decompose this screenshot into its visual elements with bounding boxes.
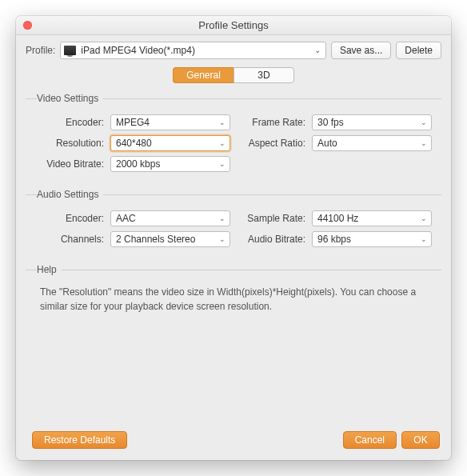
chevron-down-icon: ⌄	[219, 235, 226, 243]
chevron-down-icon: ⌄	[421, 214, 427, 222]
chevron-down-icon: ⌄	[219, 160, 226, 168]
frame-rate-value: 30 fps	[317, 117, 344, 128]
audio-encoder-select[interactable]: AAC ⌄	[110, 210, 230, 226]
chevron-down-icon: ⌄	[421, 118, 427, 126]
close-icon[interactable]	[23, 21, 32, 30]
channels-value: 2 Channels Stereo	[116, 234, 195, 245]
video-bitrate-label: Video Bitrate:	[30, 158, 106, 170]
sample-rate-label: Sample Rate:	[235, 213, 307, 224]
video-encoder-label: Encoder:	[30, 117, 106, 128]
frame-rate-select[interactable]: 30 fps ⌄	[312, 114, 432, 130]
device-icon	[64, 46, 76, 55]
chevron-down-icon: ⌄	[219, 214, 226, 222]
profile-select[interactable]: iPad MPEG4 Video(*.mp4) ⌄	[60, 42, 326, 59]
audio-settings-legend: Audio Settings	[37, 189, 103, 200]
tab-3d[interactable]: 3D	[234, 67, 294, 83]
profile-label: Profile:	[26, 45, 55, 56]
audio-bitrate-value: 96 kbps	[317, 234, 351, 245]
video-settings-legend: Video Settings	[37, 93, 103, 104]
chevron-down-icon: ⌄	[421, 235, 427, 243]
chevron-down-icon: ⌄	[219, 118, 226, 126]
chevron-down-icon: ⌄	[421, 139, 427, 147]
resolution-select[interactable]: 640*480 ⌄	[110, 135, 230, 151]
restore-defaults-button[interactable]: Restore Defaults	[32, 431, 127, 449]
save-as-button[interactable]: Save as...	[331, 42, 391, 59]
tab-general[interactable]: General	[173, 67, 234, 83]
chevron-down-icon: ⌄	[219, 139, 226, 147]
tab-group: General 3D	[26, 67, 441, 83]
window-body: Profile: iPad MPEG4 Video(*.mp4) ⌄ Save …	[16, 35, 451, 314]
audio-encoder-value: AAC	[116, 213, 136, 224]
audio-encoder-label: Encoder:	[30, 213, 106, 224]
aspect-ratio-value: Auto	[317, 138, 337, 149]
chevron-down-icon: ⌄	[314, 46, 321, 54]
profile-row: Profile: iPad MPEG4 Video(*.mp4) ⌄ Save …	[26, 42, 441, 59]
ok-button[interactable]: OK	[401, 431, 440, 449]
help-group: Help The "Resolution" means the video si…	[26, 264, 441, 314]
channels-select[interactable]: 2 Channels Stereo ⌄	[110, 231, 230, 247]
aspect-ratio-label: Aspect Ratio:	[235, 138, 307, 149]
channels-label: Channels:	[30, 234, 106, 245]
sample-rate-value: 44100 Hz	[317, 213, 358, 224]
frame-rate-label: Frame Rate:	[235, 117, 307, 128]
footer: Restore Defaults Cancel OK	[16, 431, 451, 449]
video-encoder-select[interactable]: MPEG4 ⌄	[110, 114, 230, 130]
window-title: Profile Settings	[16, 19, 451, 31]
audio-bitrate-label: Audio Bitrate:	[235, 234, 307, 245]
video-settings-group: Video Settings Encoder: MPEG4 ⌄ Frame Ra…	[26, 93, 441, 174]
titlebar: Profile Settings	[16, 16, 451, 35]
audio-bitrate-select[interactable]: 96 kbps ⌄	[312, 231, 432, 247]
audio-settings-group: Audio Settings Encoder: AAC ⌄ Sample Rat…	[26, 189, 441, 250]
video-bitrate-value: 2000 kbps	[116, 158, 160, 170]
video-bitrate-select[interactable]: 2000 kbps ⌄	[110, 156, 230, 172]
cancel-button[interactable]: Cancel	[343, 431, 397, 449]
resolution-value: 640*480	[116, 138, 152, 149]
help-text: The "Resolution" means the video size in…	[40, 283, 427, 314]
help-legend: Help	[37, 264, 62, 275]
delete-button[interactable]: Delete	[396, 42, 441, 59]
settings-window: Profile Settings Profile: iPad MPEG4 Vid…	[16, 16, 451, 460]
sample-rate-select[interactable]: 44100 Hz ⌄	[312, 210, 432, 226]
resolution-label: Resolution:	[30, 138, 106, 149]
video-encoder-value: MPEG4	[116, 117, 150, 128]
aspect-ratio-select[interactable]: Auto ⌄	[312, 135, 432, 151]
profile-select-value: iPad MPEG4 Video(*.mp4)	[81, 45, 195, 56]
